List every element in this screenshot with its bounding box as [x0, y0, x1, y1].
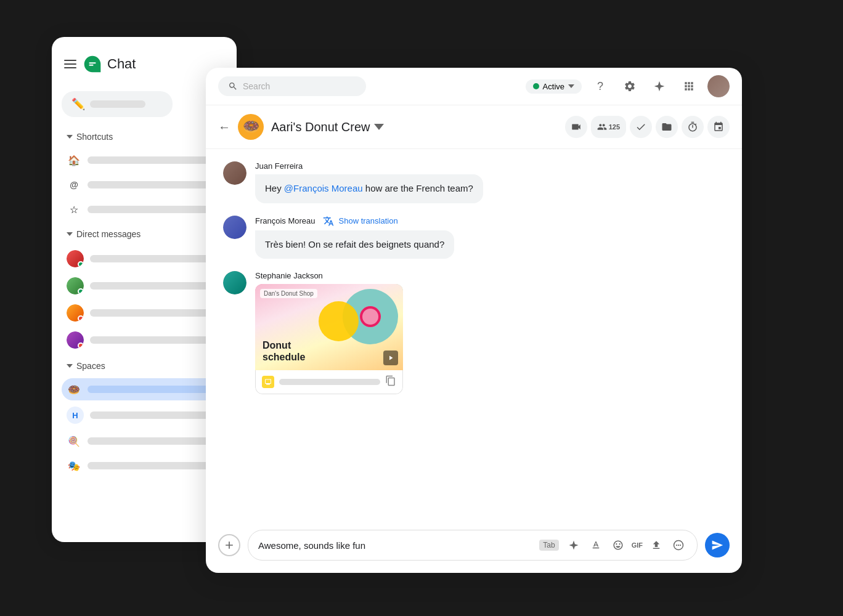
- status-chevron-icon: [568, 84, 574, 88]
- folder-button[interactable]: [656, 116, 678, 138]
- circle-more-icon: [673, 540, 684, 551]
- input-area: Awesome, sounds like fun Tab: [206, 521, 742, 573]
- shortcuts-label: Shortcuts: [76, 132, 113, 142]
- sparkle-icon: [653, 80, 666, 92]
- status-dot-online-2: [78, 288, 84, 294]
- chat-header: ← 🍩 Aari's Donut Crew 125: [206, 105, 742, 149]
- show-translation-button[interactable]: Show translation: [339, 216, 398, 225]
- translate-icon: [323, 216, 334, 227]
- user-avatar[interactable]: [707, 75, 730, 97]
- sidebar-item-space-h[interactable]: H: [62, 403, 227, 428]
- search-bar[interactable]: Search: [218, 76, 366, 96]
- sidebar-item-dm-1[interactable]: [62, 246, 227, 271]
- sidebar-item-mentions[interactable]: @: [62, 174, 227, 196]
- more-options-button[interactable]: [670, 537, 687, 554]
- add-attachment-button[interactable]: [218, 534, 240, 556]
- checkmark-icon: [635, 121, 646, 132]
- spaces-section[interactable]: Spaces: [62, 359, 227, 373]
- settings-icon: [624, 80, 636, 92]
- new-chat-button[interactable]: ✏️: [62, 91, 173, 117]
- donut-card[interactable]: Dan's Donut Shop Donutschedule: [255, 284, 403, 394]
- sparkle-input-icon: [568, 540, 579, 551]
- status-dot-busy: [78, 315, 84, 322]
- status-label: Active: [543, 82, 564, 91]
- sidebar-item-starred[interactable]: ☆: [62, 198, 227, 221]
- message-content-juan: Juan Ferreira Hey @François Moreau how a…: [255, 161, 725, 203]
- message-input-wrapper: Awesome, sounds like fun Tab: [248, 530, 698, 561]
- new-chat-label: [90, 100, 145, 108]
- tab-badge: Tab: [539, 540, 558, 551]
- mask-icon: 🎭: [67, 458, 81, 473]
- card-action-icon[interactable]: [262, 376, 274, 388]
- gif-button[interactable]: GIF: [632, 537, 643, 554]
- grid-icon: [683, 80, 695, 92]
- message-content-stephanie: Stephanie Jackson: [255, 271, 725, 394]
- card-title: Donutschedule: [263, 339, 396, 363]
- dm-label: Direct messages: [76, 229, 140, 239]
- sidebar-item-space-lollipop[interactable]: 🍭: [62, 430, 227, 452]
- help-icon: ?: [597, 80, 603, 93]
- gemini-input-button[interactable]: [565, 537, 582, 554]
- dm-avatar-1: [67, 250, 84, 267]
- emoji-button[interactable]: [609, 537, 627, 554]
- dm-3-text: [90, 309, 222, 317]
- header-actions: 125: [565, 116, 730, 138]
- top-icons: Active ?: [526, 75, 730, 97]
- sender-juan: Juan Ferreira: [255, 161, 725, 171]
- search-placeholder: Search: [243, 81, 270, 91]
- message-input[interactable]: Awesome, sounds like fun: [258, 540, 533, 551]
- video-call-button[interactable]: [565, 116, 587, 138]
- message-group-francois: François Moreau Show translation Très bi…: [223, 216, 725, 259]
- dm-chevron: [67, 232, 73, 236]
- calendar-button[interactable]: [707, 116, 730, 138]
- sender-stephanie: Stephanie Jackson: [255, 271, 725, 280]
- video-icon: [571, 121, 582, 132]
- messages-area: Juan Ferreira Hey @François Moreau how a…: [206, 149, 742, 521]
- spaces-chevron: [67, 364, 73, 368]
- message-group-stephanie: Stephanie Jackson: [223, 271, 725, 394]
- group-avatar: 🍩: [238, 114, 264, 140]
- timer-button[interactable]: [682, 116, 704, 138]
- help-button[interactable]: ?: [589, 75, 611, 97]
- translate-view-button[interactable]: 125: [591, 116, 626, 138]
- group-name: Aari's Donut Crew: [271, 120, 384, 134]
- format-button[interactable]: [587, 537, 605, 554]
- avatar-juan: [223, 161, 246, 185]
- status-dot-online: [78, 261, 84, 267]
- sidebar-item-donut-crew[interactable]: 🍩: [62, 378, 227, 400]
- tasks-button[interactable]: [630, 116, 652, 138]
- dm-section[interactable]: Direct messages: [62, 227, 227, 241]
- settings-button[interactable]: [619, 75, 641, 97]
- sidebar-item-dm-3[interactable]: [62, 301, 227, 325]
- svg-point-3: [680, 545, 681, 546]
- card-copy-icon[interactable]: [385, 375, 396, 389]
- mentions-icon: @: [67, 177, 81, 192]
- mask-text: [88, 462, 222, 469]
- copy-icon: [385, 375, 396, 386]
- donut-yellow: [319, 301, 359, 341]
- back-button[interactable]: ←: [218, 120, 230, 134]
- dm-4-text: [90, 336, 222, 344]
- status-chip[interactable]: Active: [526, 79, 582, 94]
- card-shop-label: Dan's Donut Shop: [260, 289, 317, 298]
- sender-francois: François Moreau Show translation: [255, 216, 725, 227]
- avatar-francois: [223, 216, 246, 239]
- sidebar-item-space-mask[interactable]: 🎭: [62, 455, 227, 477]
- sidebar-item-home[interactable]: 🏠: [62, 149, 227, 171]
- send-button[interactable]: [705, 533, 730, 557]
- sidebar-item-dm-2[interactable]: [62, 274, 227, 298]
- hamburger-menu[interactable]: [64, 60, 76, 68]
- new-chat-icon: ✏️: [71, 97, 85, 111]
- upload-button[interactable]: [648, 537, 665, 554]
- donut-crew-text: [88, 386, 222, 393]
- lollipop-text: [88, 437, 222, 445]
- mention-francois: @François Moreau: [284, 183, 363, 193]
- gemini-button[interactable]: [648, 75, 670, 97]
- svg-point-1: [676, 545, 677, 546]
- input-actions: GIF: [565, 537, 687, 554]
- card-text-bar: [279, 379, 380, 385]
- shortcuts-section[interactable]: Shortcuts: [62, 129, 227, 144]
- folder-icon: [661, 121, 672, 132]
- apps-button[interactable]: [678, 75, 700, 97]
- sidebar-item-dm-4[interactable]: [62, 328, 227, 352]
